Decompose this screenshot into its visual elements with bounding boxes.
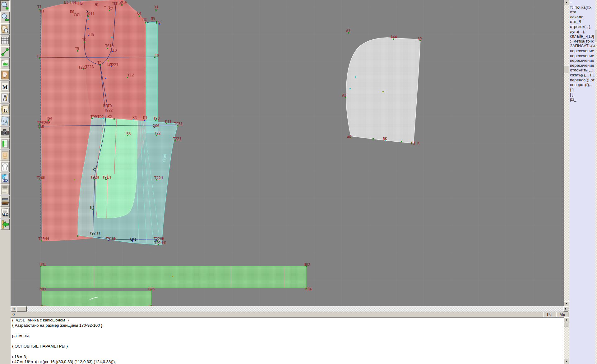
editor-line[interactable] <box>11 349 564 354</box>
editor-line[interactable]: п16:=-3; <box>11 354 564 360</box>
point-label: Т20В <box>42 121 50 125</box>
point-label: Т20НН <box>38 237 49 241</box>
pattern-piece-hood-gray[interactable] <box>346 38 420 143</box>
editor-line[interactable]: { 4151 Туника с капюшоном } <box>11 318 564 323</box>
garment-tool-button[interactable] <box>0 161 10 172</box>
command-list-item[interactable]: сплайн_к[10] <box>569 34 597 39</box>
command-list-item[interactable]: отложить(,..); <box>569 68 597 73</box>
scroll-up-icon[interactable]: ▲ <box>564 317 569 322</box>
point-marker[interactable] <box>105 78 106 79</box>
zoom-out-button[interactable] <box>0 12 10 23</box>
command-list-item[interactable]: пересечение <box>569 63 597 68</box>
zoom-in-button[interactable] <box>0 0 10 11</box>
scroll-down-icon[interactable]: ▼ <box>564 301 569 306</box>
scroll-down-icon[interactable]: ▼ <box>564 359 569 364</box>
editor-line[interactable] <box>11 328 564 334</box>
point-label: Т9 <box>97 61 102 65</box>
editor-line[interactable]: { Разработано на размер женщины 170-92-1… <box>11 323 564 328</box>
status-value: 0 <box>12 312 15 317</box>
point-label: Т94 <box>46 116 52 121</box>
point-label: Т22Н <box>154 176 163 180</box>
editor-line[interactable]: размеры; <box>11 333 564 339</box>
three-d-tool-button[interactable]: 3D <box>0 173 10 184</box>
command-list-item[interactable]: :=метка(точк <box>569 39 597 44</box>
command-list-item[interactable]: = <box>569 0 597 5</box>
point-label: ТТ8 <box>88 32 94 37</box>
books-tool-button[interactable] <box>0 196 10 207</box>
program-text-editor[interactable]: { 4151 Туника с капюшоном }{ Разработано… <box>11 317 564 364</box>
point-marker[interactable] <box>111 37 113 38</box>
pattern-strip-green-2[interactable] <box>42 291 151 306</box>
point-label: ТО11 <box>86 11 95 16</box>
command-list-item[interactable]: ЗАПИСАТЬ(и <box>569 43 597 48</box>
point-marker[interactable] <box>113 118 115 120</box>
editor-vertical-scrollbar[interactable]: ▲ ▼ <box>564 317 569 364</box>
command-list-item[interactable]: отрезок( , ); <box>569 24 597 29</box>
editor-line[interactable] <box>11 339 564 344</box>
zoom-out-icon <box>1 12 9 23</box>
pattern-canvas[interactable]: Т1ТО1Ш3Т44ПБЯ1П0С41ТО11Т.1Х2ТПТп6п16С4Х1… <box>11 0 564 307</box>
command-list-item[interactable]: лекало <box>569 15 597 20</box>
canvas-horizontal-scrollbar[interactable]: ◄ ► <box>11 306 569 312</box>
command-list-item[interactable]: сжать((),..,1.1 <box>569 73 597 78</box>
panel-scroll-thumb[interactable] <box>595 30 597 42</box>
letter-g-tool-button[interactable]: G <box>0 104 10 115</box>
point-marker[interactable] <box>172 276 173 277</box>
point-marker[interactable] <box>355 76 356 78</box>
command-list-item[interactable]: пересечение <box>569 48 597 53</box>
scroll-left-icon[interactable]: ◄ <box>11 306 16 312</box>
point-marker[interactable] <box>349 88 351 89</box>
editor-vscroll-thumb[interactable] <box>564 323 569 326</box>
point-marker[interactable] <box>139 16 140 17</box>
command-list-item[interactable]: т:=точка(т.х, <box>569 5 597 10</box>
picture-tool-button[interactable] <box>0 58 10 69</box>
canvas-vertical-scrollbar[interactable]: ▲ ▼ <box>564 0 569 306</box>
portrait-tool-icon <box>1 150 9 161</box>
letter-m-tool-button[interactable]: M <box>0 81 10 92</box>
measure-tool-button[interactable] <box>0 46 10 57</box>
editor-line[interactable]: п47:=п16*л_фнк(рз_16,((80,0.33),(112,0.3… <box>11 359 564 364</box>
pattern-sheet-button[interactable] <box>0 69 10 80</box>
command-list-item[interactable]: дуга(,,,); <box>569 29 597 34</box>
command-list-item[interactable]: пересечение <box>569 53 597 58</box>
point-label: Т10 <box>110 48 117 52</box>
command-list-item[interactable]: поворот((),... <box>569 82 597 87</box>
panel-scrollbar[interactable] <box>595 0 597 364</box>
point-marker[interactable] <box>74 179 75 180</box>
sheet-magnifier-button[interactable] <box>0 23 10 34</box>
curve-ruler-button[interactable]: 8 <box>0 115 10 126</box>
grid-tool-button[interactable] <box>0 35 10 46</box>
command-list-item[interactable]: пересечение <box>569 58 597 63</box>
point-marker[interactable] <box>145 22 146 23</box>
drafting-tools-button[interactable] <box>0 92 10 103</box>
point-marker[interactable] <box>401 141 402 142</box>
command-list-item[interactable]: отл <box>569 10 597 15</box>
point-label: Т91НН <box>106 237 116 241</box>
canvas-hscroll-thumb[interactable] <box>17 306 27 312</box>
command-list-item[interactable]: перенос((),от <box>569 78 597 83</box>
scroll-right-icon[interactable]: ► <box>563 306 568 312</box>
exit-tool-button[interactable] <box>0 219 10 230</box>
editor-line[interactable]: { ОСНОВНЫЕ ПАРАМЕТРЫ } <box>11 344 564 349</box>
command-list-item[interactable]: { } <box>569 87 597 92</box>
pattern-strip-green-1[interactable] <box>41 266 307 288</box>
rz-button[interactable]: Рз <box>543 312 555 317</box>
command-list-item[interactable]: [ ] <box>569 92 597 97</box>
point-marker[interactable] <box>77 235 78 237</box>
scroll-up-icon[interactable]: ▲ <box>564 0 569 5</box>
point-marker[interactable] <box>108 60 109 61</box>
table-tool-button[interactable] <box>0 138 10 149</box>
point-marker[interactable] <box>382 91 384 92</box>
canvas-vscroll-thumb[interactable] <box>564 65 569 73</box>
portrait-tool-button[interactable] <box>0 150 10 161</box>
md-button[interactable]: Мд <box>556 312 568 317</box>
point-marker[interactable] <box>87 28 89 29</box>
table-tool-icon <box>1 139 9 149</box>
alg-doc-tool-button[interactable]: ALG <box>0 207 10 218</box>
text-block-tool-button[interactable] <box>0 184 10 195</box>
camera-tool-button[interactable] <box>0 127 10 138</box>
point-marker[interactable] <box>373 138 374 139</box>
command-list-item[interactable]: отл_В <box>569 19 597 24</box>
point-marker[interactable] <box>87 19 89 20</box>
command-list-item[interactable]: рз_ <box>569 97 597 102</box>
